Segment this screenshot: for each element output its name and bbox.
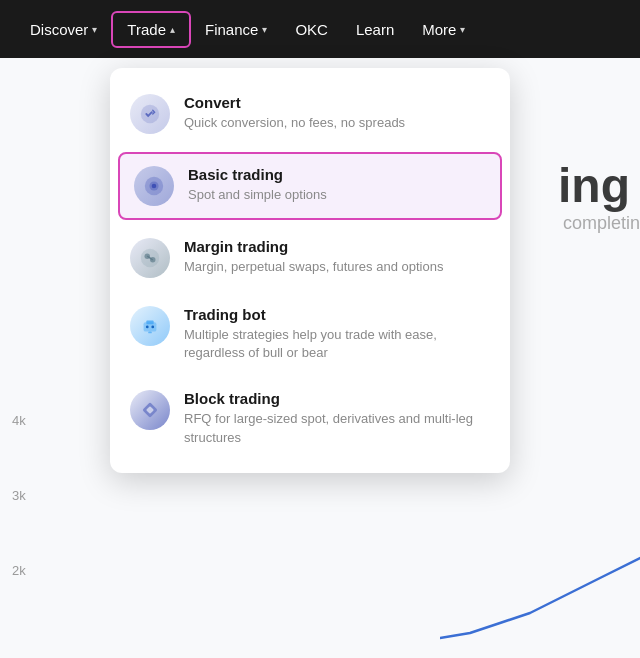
basic-trading-desc: Spot and simple options: [188, 186, 486, 204]
trade-chevron-icon: ▴: [170, 24, 175, 35]
y-label-4k: 4k: [12, 413, 26, 428]
trading-bot-content: Trading bot Multiple strategies help you…: [184, 306, 490, 362]
nav-finance-label: Finance: [205, 21, 258, 38]
nav-learn-label: Learn: [356, 21, 394, 38]
nav-okc[interactable]: OKC: [281, 13, 342, 46]
margin-trading-icon: [130, 238, 170, 278]
block-trading-desc: RFQ for large-sized spot, derivatives an…: [184, 410, 490, 446]
nav-discover[interactable]: Discover ▾: [16, 13, 111, 46]
nav-more-label: More: [422, 21, 456, 38]
margin-trading-content: Margin trading Margin, perpetual swaps, …: [184, 238, 490, 276]
nav-learn[interactable]: Learn: [342, 13, 408, 46]
svg-rect-10: [148, 332, 152, 334]
nav-discover-label: Discover: [30, 21, 88, 38]
convert-icon: [130, 94, 170, 134]
menu-item-block-trading[interactable]: Block trading RFQ for large-sized spot, …: [110, 376, 510, 460]
bg-text-ing: ing: [558, 158, 630, 213]
margin-trading-desc: Margin, perpetual swaps, futures and opt…: [184, 258, 490, 276]
discover-chevron-icon: ▾: [92, 24, 97, 35]
block-trading-title: Block trading: [184, 390, 490, 407]
basic-trading-title: Basic trading: [188, 166, 486, 183]
convert-desc: Quick conversion, no fees, no spreads: [184, 114, 490, 132]
convert-title: Convert: [184, 94, 490, 111]
svg-point-9: [151, 326, 154, 329]
nav-finance[interactable]: Finance ▾: [191, 13, 281, 46]
nav-okc-label: OKC: [295, 21, 328, 38]
bg-text-completing: completing: [563, 213, 640, 234]
nav-trade-label: Trade: [127, 21, 166, 38]
y-label-2k: 2k: [12, 563, 26, 578]
block-trading-content: Block trading RFQ for large-sized spot, …: [184, 390, 490, 446]
margin-trading-title: Margin trading: [184, 238, 490, 255]
finance-chevron-icon: ▾: [262, 24, 267, 35]
nav-trade[interactable]: Trade ▴: [111, 11, 191, 48]
menu-item-margin-trading[interactable]: Margin trading Margin, perpetual swaps, …: [110, 224, 510, 292]
trading-bot-icon: [130, 306, 170, 346]
menu-item-convert[interactable]: Convert Quick conversion, no fees, no sp…: [110, 80, 510, 148]
menu-item-basic-trading[interactable]: Basic trading Spot and simple options: [118, 152, 502, 220]
y-label-3k: 3k: [12, 488, 26, 503]
trading-bot-desc: Multiple strategies help you trade with …: [184, 326, 490, 362]
svg-rect-7: [146, 321, 153, 325]
trading-bot-title: Trading bot: [184, 306, 490, 323]
menu-item-trading-bot[interactable]: Trading bot Multiple strategies help you…: [110, 292, 510, 376]
nav-more[interactable]: More ▾: [408, 13, 479, 46]
convert-content: Convert Quick conversion, no fees, no sp…: [184, 94, 490, 132]
block-trading-icon: [130, 390, 170, 430]
more-chevron-icon: ▾: [460, 24, 465, 35]
navbar: Discover ▾ Trade ▴ Finance ▾ OKC Learn M…: [0, 0, 640, 58]
basic-trading-content: Basic trading Spot and simple options: [188, 166, 486, 204]
basic-trading-icon: [134, 166, 174, 206]
y-axis-labels: 4k 3k 2k: [12, 413, 26, 578]
svg-point-8: [146, 326, 149, 329]
chart-line: [440, 458, 640, 658]
trade-dropdown-menu: Convert Quick conversion, no fees, no sp…: [110, 68, 510, 473]
